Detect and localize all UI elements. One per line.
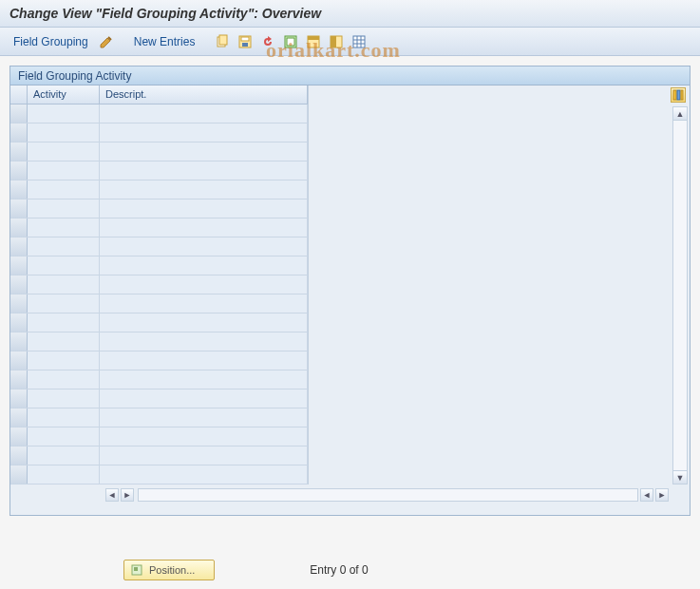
column-header-activity[interactable]: Activity [28, 86, 100, 104]
cell-activity[interactable] [28, 218, 100, 237]
row-handle[interactable] [10, 238, 28, 256]
row-handle[interactable] [10, 162, 28, 180]
row-handle[interactable] [10, 466, 28, 484]
scroll-right-end-icon[interactable]: ► [655, 488, 669, 502]
cell-activity[interactable] [28, 104, 100, 123]
table-row[interactable] [10, 142, 308, 162]
row-handle[interactable] [10, 142, 28, 161]
row-handle[interactable] [10, 124, 28, 142]
row-handle[interactable] [10, 294, 28, 313]
table-row[interactable] [10, 180, 308, 200]
table-row[interactable] [10, 390, 308, 408]
row-handle[interactable] [10, 390, 28, 408]
select-block-icon[interactable] [305, 33, 322, 50]
table-row[interactable] [10, 200, 308, 218]
cell-activity[interactable] [28, 332, 100, 351]
table-row[interactable] [10, 408, 308, 428]
cell-activity[interactable] [28, 200, 100, 218]
cell-activity[interactable] [28, 124, 100, 142]
row-handle[interactable] [10, 332, 28, 351]
row-handle-header[interactable] [10, 86, 28, 104]
cell-descript[interactable] [100, 466, 308, 484]
cell-descript[interactable] [100, 200, 308, 218]
scroll-left-icon[interactable]: ◄ [105, 488, 119, 502]
cell-activity[interactable] [28, 162, 100, 180]
table-row[interactable] [10, 352, 308, 370]
cell-activity[interactable] [28, 314, 100, 332]
cell-descript[interactable] [100, 428, 308, 446]
pencil-icon[interactable] [98, 33, 115, 50]
cell-activity[interactable] [28, 446, 100, 465]
cell-descript[interactable] [100, 314, 308, 332]
scroll-up-icon[interactable]: ▲ [673, 107, 687, 121]
new-entries-button[interactable]: New Entries [130, 33, 199, 50]
cell-activity[interactable] [28, 256, 100, 275]
row-handle[interactable] [10, 218, 28, 237]
table-row[interactable] [10, 256, 308, 276]
cell-descript[interactable] [100, 390, 308, 408]
row-handle[interactable] [10, 200, 28, 218]
table-row[interactable] [10, 332, 308, 352]
cell-descript[interactable] [100, 142, 308, 161]
table-row[interactable] [10, 466, 308, 484]
scroll-right-icon[interactable]: ► [121, 488, 134, 502]
cell-descript[interactable] [100, 408, 308, 427]
table-settings-icon[interactable] [350, 33, 368, 50]
cell-activity[interactable] [28, 428, 100, 446]
row-handle[interactable] [10, 370, 28, 389]
cell-descript[interactable] [100, 332, 308, 351]
column-header-descript[interactable]: Descript. [100, 86, 308, 104]
select-all-icon[interactable] [282, 33, 299, 50]
row-handle[interactable] [10, 104, 28, 123]
table-row[interactable] [10, 104, 308, 124]
table-row[interactable] [10, 162, 308, 180]
row-handle[interactable] [10, 408, 28, 427]
cell-descript[interactable] [100, 104, 308, 123]
cell-activity[interactable] [28, 142, 100, 161]
position-button[interactable]: Position... [123, 560, 215, 580]
table-row[interactable] [10, 428, 308, 446]
field-grouping-button[interactable]: Field Grouping [9, 33, 92, 50]
cell-descript[interactable] [100, 446, 308, 465]
table-row[interactable] [10, 370, 308, 390]
cell-descript[interactable] [100, 370, 308, 389]
table-row[interactable] [10, 294, 308, 314]
configure-columns-icon[interactable] [671, 87, 686, 103]
copy-icon[interactable] [214, 33, 231, 50]
table-row[interactable] [10, 314, 308, 332]
row-handle[interactable] [10, 446, 28, 465]
cell-activity[interactable] [28, 390, 100, 408]
cell-descript[interactable] [100, 218, 308, 237]
table-row[interactable] [10, 238, 308, 256]
cell-descript[interactable] [100, 180, 308, 199]
table-row[interactable] [10, 446, 308, 466]
deselect-icon[interactable] [328, 33, 345, 50]
row-handle[interactable] [10, 256, 28, 275]
scroll-left-end-icon[interactable]: ◄ [640, 488, 653, 502]
row-handle[interactable] [10, 428, 28, 446]
cell-activity[interactable] [28, 294, 100, 313]
vertical-scrollbar[interactable]: ▲ ▼ [672, 106, 688, 484]
cell-activity[interactable] [28, 466, 100, 484]
scroll-down-icon[interactable]: ▼ [673, 470, 687, 484]
cell-descript[interactable] [100, 276, 308, 294]
table-row[interactable] [10, 218, 308, 238]
cell-activity[interactable] [28, 408, 100, 427]
cell-activity[interactable] [28, 276, 100, 294]
row-handle[interactable] [10, 276, 28, 294]
row-handle[interactable] [10, 314, 28, 332]
row-handle[interactable] [10, 180, 28, 199]
table-row[interactable] [10, 124, 308, 142]
cell-descript[interactable] [100, 124, 308, 142]
undo-icon[interactable] [259, 33, 276, 50]
cell-descript[interactable] [100, 294, 308, 313]
cell-descript[interactable] [100, 352, 308, 370]
cell-descript[interactable] [100, 238, 308, 256]
save-icon[interactable] [236, 33, 254, 50]
cell-activity[interactable] [28, 238, 100, 256]
table-row[interactable] [10, 276, 308, 294]
cell-activity[interactable] [28, 352, 100, 370]
row-handle[interactable] [10, 352, 28, 370]
horizontal-scroll-track[interactable] [138, 488, 638, 502]
cell-activity[interactable] [28, 180, 100, 199]
